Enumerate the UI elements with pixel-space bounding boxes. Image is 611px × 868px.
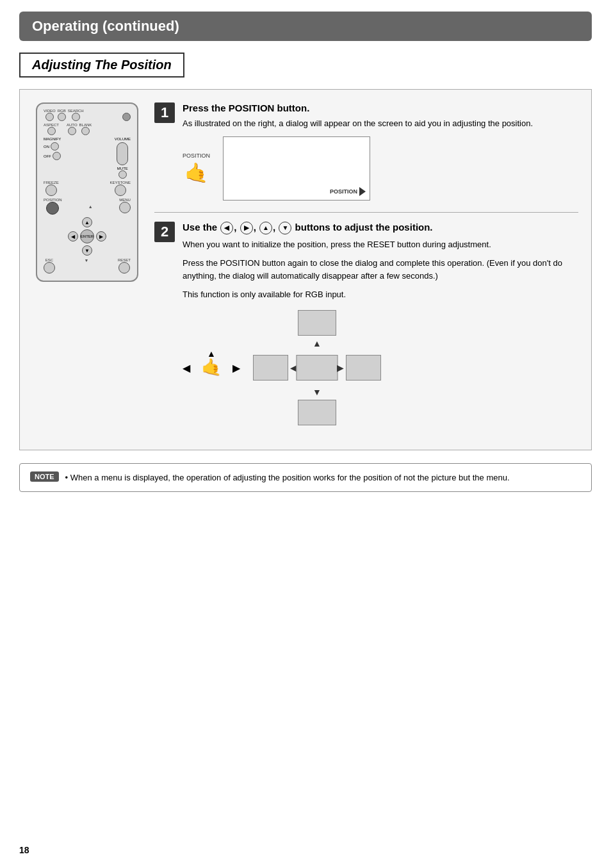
pcd-right-box (346, 355, 381, 381)
steps-content: 1 Press the POSITION button. As illustra… (154, 102, 578, 437)
position-button-illustration: POSITION 🤙 (183, 152, 210, 184)
page-number: 18 (19, 845, 29, 855)
step-2: 2 Use the ◀, ▶, ▲, ▼ buttons to adjust t… (154, 222, 578, 425)
step-1-title: Press the POSITION button. (183, 102, 578, 113)
dpad-center: ENTER (80, 229, 94, 243)
arr-up: ▲ (207, 348, 216, 359)
pcd-left-box (253, 355, 288, 381)
header-bar: Operating (continued) (19, 12, 592, 41)
step-1-body: Press the POSITION button. As illustrate… (183, 102, 578, 201)
hand-arrows: ◀ 🤙 ▶ ▲ (183, 348, 240, 387)
step-2-desc2: Press the POSITION button again to close… (183, 257, 578, 282)
pcd-arr-down: ▼ (313, 387, 322, 397)
btn-left-icon: ◀ (220, 222, 233, 234)
step-2-body: Use the ◀, ▶, ▲, ▼ buttons to adjust the… (183, 222, 578, 425)
dpad: ▲ ◀ ENTER ▶ ▼ (68, 217, 106, 256)
header-title: Operating (continued) (32, 18, 579, 35)
section-title-box: Adjusting The Position (19, 53, 184, 78)
step-2-title: Use the ◀, ▶, ▲, ▼ buttons to adjust the… (183, 222, 578, 234)
pcd-arr-up: ▲ (313, 338, 322, 348)
arr-left: ◀ (183, 361, 190, 373)
pcd-center-box (297, 355, 338, 381)
comma-1: , (234, 222, 236, 233)
note-text: • When a menu is displayed, the operatio… (65, 471, 510, 484)
btn-down-icon: ▼ (279, 222, 291, 234)
remote-control: VIDEO RGB SEARCH (36, 102, 138, 282)
position-dialog-inner: POSITION (330, 187, 366, 196)
comma-3: , (273, 222, 275, 233)
btn-up-icon: ▲ (259, 222, 272, 234)
dpad-right: ▶ (96, 231, 106, 242)
step-2-title-suffix: buttons to adjust the position. (295, 222, 433, 233)
pcd-up-box (298, 310, 336, 336)
divider-1 (154, 212, 578, 213)
position-btn-label: POSITION (183, 152, 210, 159)
note-label: NOTE (30, 471, 59, 482)
dpad-down: ▼ (82, 245, 92, 256)
step-2-illustration: ◀ 🤙 ▶ ▲ ▲ ◀ ▶ ▼ (183, 310, 578, 425)
step-1-number: 1 (154, 102, 175, 123)
position-dialog-box: POSITION (223, 136, 370, 201)
pcd-down-box (298, 400, 336, 425)
pos-arrow-right (359, 187, 366, 196)
hand-icon-2: 🤙 (201, 357, 222, 377)
dpad-up: ▲ (82, 217, 92, 227)
step-1-illustration: POSITION 🤙 POSITION (183, 136, 578, 201)
dialog-position-label: POSITION (330, 188, 357, 195)
arr-right: ▶ (232, 361, 240, 373)
comma-2: , (254, 222, 256, 233)
section-title: Adjusting The Position (32, 58, 172, 72)
remote-container: VIDEO RGB SEARCH (33, 102, 142, 437)
step-2-title-prefix: Use the (183, 222, 220, 233)
step-1: 1 Press the POSITION button. As illustra… (154, 102, 578, 201)
step-2-desc3: This function is only available for RGB … (183, 288, 578, 301)
main-content: VIDEO RGB SEARCH (19, 89, 592, 450)
pcd-arr-right: ▶ (337, 363, 344, 373)
step-2-desc1: When you want to initialize the position… (183, 238, 578, 251)
step-1-desc: As illustrated on the right, a dialog wi… (183, 117, 578, 130)
btn-right-icon: ▶ (240, 222, 253, 234)
hand-icon: 🤙 (184, 161, 208, 184)
dpad-left: ◀ (68, 231, 78, 242)
step-2-number: 2 (154, 222, 175, 242)
pos-cross-diagram: ▲ ◀ ▶ ▼ (253, 310, 381, 425)
note-box: NOTE • When a menu is displayed, the ope… (19, 463, 592, 493)
